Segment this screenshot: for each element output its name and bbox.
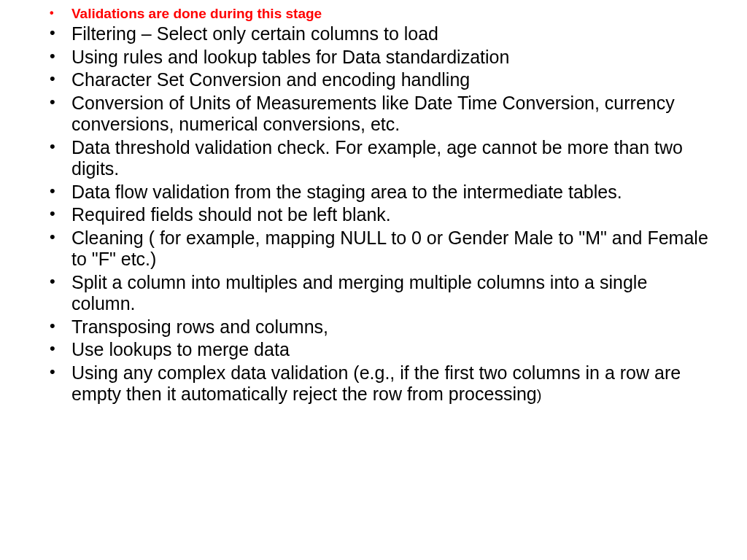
bullet-text: Transposing rows and columns,: [71, 316, 328, 337]
bullet-text: Data flow validation from the staging ar…: [71, 182, 622, 202]
bullet-text: Character Set Conversion and encoding ha…: [71, 69, 470, 90]
bullet-text: Validations are done during this stage: [71, 6, 322, 21]
list-item: Data threshold validation check. For exa…: [36, 137, 711, 180]
bullet-text: Data threshold validation check. For exa…: [71, 137, 683, 179]
list-item: Conversion of Units of Measurements like…: [36, 93, 711, 136]
list-item: Split a column into multiples and mergin…: [36, 272, 711, 315]
list-item: Using any complex data validation (e.g.,…: [36, 362, 711, 405]
bullet-text: Use lookups to merge data: [71, 339, 290, 359]
list-item: Filtering – Select only certain columns …: [36, 23, 711, 45]
bullet-text: Cleaning ( for example, mapping NULL to …: [71, 228, 708, 270]
list-item: Validations are done during this stage: [36, 6, 711, 22]
bullet-tail: ): [537, 387, 542, 403]
list-item: Cleaning ( for example, mapping NULL to …: [36, 228, 711, 271]
list-item: Use lookups to merge data: [36, 339, 711, 361]
bullet-text: Required fields should not be left blank…: [71, 204, 391, 225]
bullet-list: Validations are done during this stage F…: [36, 6, 711, 405]
bullet-text: Using any complex data validation (e.g.,…: [71, 362, 681, 405]
list-item: Using rules and lookup tables for Data s…: [36, 47, 711, 69]
bullet-text: Split a column into multiples and mergin…: [71, 272, 647, 314]
bullet-text: Filtering – Select only certain columns …: [71, 23, 438, 44]
bullet-text: Conversion of Units of Measurements like…: [71, 93, 675, 135]
list-item: Transposing rows and columns,: [36, 316, 711, 338]
list-item: Data flow validation from the staging ar…: [36, 182, 711, 203]
bullet-text: Using rules and lookup tables for Data s…: [71, 47, 509, 67]
list-item: Required fields should not be left blank…: [36, 204, 711, 226]
list-item: Character Set Conversion and encoding ha…: [36, 69, 711, 91]
